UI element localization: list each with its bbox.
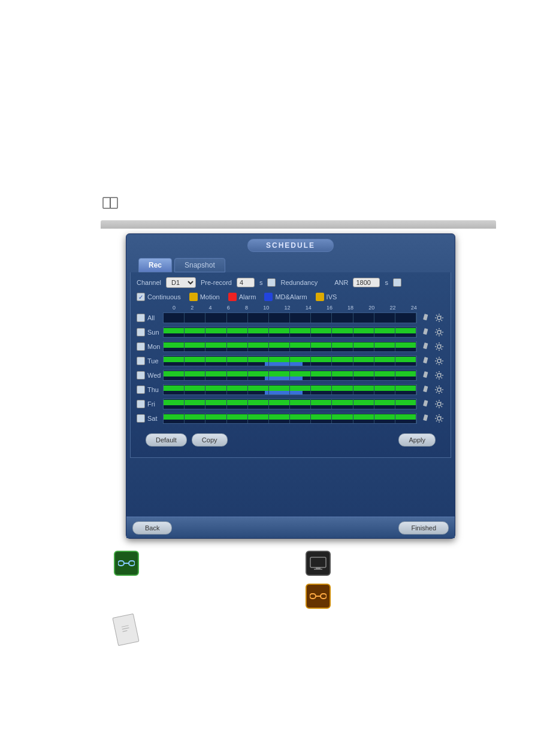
svg-rect-15: [423, 400, 428, 406]
pencil-all[interactable]: [421, 312, 431, 323]
legend-motion: Motion: [189, 293, 220, 301]
grid-row-sun: Sun: [137, 326, 445, 339]
finished-button[interactable]: Finished: [398, 521, 449, 535]
checkbox-mon[interactable]: [137, 342, 145, 351]
grid-header: 0 2 4 6 8 10 12 14 16 18 20 22 24: [137, 305, 445, 311]
day-label-all: All: [147, 314, 163, 321]
svg-rect-5: [423, 328, 428, 335]
row-actions-all: [421, 312, 445, 323]
timeline-tue[interactable]: [163, 356, 417, 366]
bottom-buttons: Default Copy Apply: [137, 427, 445, 453]
grid-row-sat: Sat: [137, 412, 445, 425]
ivs-label: IVS: [327, 293, 337, 300]
prerecord-unit: s: [259, 279, 263, 286]
prerecord-input[interactable]: [237, 278, 255, 287]
timeline-sun[interactable]: [163, 327, 417, 338]
day-label-sun: Sun: [147, 329, 163, 336]
gear-tue[interactable]: [434, 356, 445, 366]
checkbox-sat[interactable]: [137, 414, 145, 423]
anr-unit: s: [385, 279, 388, 286]
schedule-grid: 0 2 4 6 8 10 12 14 16 18 20 22 24: [137, 305, 445, 425]
alarm-label: Alarm: [239, 293, 256, 300]
default-button[interactable]: Default: [146, 433, 187, 447]
chain-link-orange-icon: [306, 584, 331, 609]
gear-mon[interactable]: [434, 341, 445, 352]
tab-snapshot[interactable]: Snapshot: [174, 258, 225, 272]
checkbox-sun[interactable]: [137, 328, 145, 336]
time-labels: 0 2 4 6 8 10 12 14 16 18 20 22 24: [171, 305, 418, 311]
grid-row-tue: Tue: [137, 354, 445, 368]
legend-row: ✓ Continuous Motion Alarm MD&Alarm IVS: [137, 293, 445, 301]
anr-checkbox[interactable]: [393, 278, 401, 287]
svg-point-8: [437, 345, 441, 348]
svg-line-28: [122, 626, 129, 627]
svg-rect-22: [310, 557, 326, 567]
timeline-sat[interactable]: [163, 413, 417, 424]
legend-alarm: Alarm: [228, 293, 256, 301]
pencil-sun[interactable]: [421, 327, 431, 338]
legend-mdalarm: MD&Alarm: [264, 293, 307, 301]
pencil-sat[interactable]: [421, 413, 431, 424]
row-actions-wed: [421, 370, 445, 381]
svg-rect-9: [423, 357, 428, 363]
pencil-mon[interactable]: [421, 341, 431, 352]
pencil-tue[interactable]: [421, 356, 431, 366]
checkbox-thu[interactable]: [137, 385, 145, 394]
pencil-wed[interactable]: [421, 370, 431, 381]
svg-rect-7: [423, 342, 428, 349]
svg-line-29: [122, 628, 129, 629]
back-button[interactable]: Back: [132, 521, 172, 535]
row-actions-thu: [421, 384, 445, 395]
grid-row-wed: Wed: [137, 369, 445, 382]
redundancy-checkbox[interactable]: [267, 278, 276, 287]
checkbox-wed[interactable]: [137, 371, 145, 379]
row-actions-tue: [421, 356, 445, 366]
timeline-fri[interactable]: [163, 399, 417, 409]
svg-rect-0: [110, 198, 117, 208]
gear-wed[interactable]: [434, 370, 445, 381]
svg-rect-25: [310, 594, 316, 599]
motion-label: Motion: [200, 293, 220, 300]
day-label-mon: Mon: [147, 343, 163, 350]
anr-input[interactable]: [353, 278, 380, 287]
timeline-wed[interactable]: [163, 370, 417, 381]
svg-rect-26: [321, 594, 327, 599]
checkbox-tue[interactable]: [137, 357, 145, 365]
checkbox-all[interactable]: [137, 314, 145, 322]
svg-point-4: [437, 316, 441, 320]
redundancy-label: Redundancy: [280, 279, 318, 286]
ivs-box: [316, 293, 324, 301]
continuous-check[interactable]: ✓: [137, 293, 145, 301]
grid-row-fri: Fri: [137, 397, 445, 411]
timeline-thu[interactable]: [163, 384, 417, 395]
checkbox-fri[interactable]: [137, 400, 145, 408]
row-actions-fri: [421, 399, 445, 409]
day-label-tue: Tue: [147, 357, 163, 365]
apply-button[interactable]: Apply: [398, 433, 436, 447]
gear-sat[interactable]: [434, 413, 445, 424]
alarm-box: [228, 293, 237, 301]
timeline-all[interactable]: [163, 312, 417, 323]
row-actions-mon: [421, 341, 445, 352]
svg-point-12: [437, 374, 441, 377]
gear-fri[interactable]: [434, 399, 445, 409]
tab-rec[interactable]: Rec: [138, 258, 172, 272]
svg-point-14: [437, 388, 441, 391]
channel-select[interactable]: D1: [166, 277, 196, 288]
top-bar: [101, 220, 496, 229]
pencil-thu[interactable]: [421, 384, 431, 395]
day-label-fri: Fri: [147, 400, 163, 408]
svg-rect-20: [129, 561, 135, 566]
copy-button[interactable]: Copy: [192, 433, 228, 447]
pencil-fri[interactable]: [421, 399, 431, 409]
chain-link-green-icon: [114, 551, 139, 576]
svg-rect-17: [423, 414, 428, 421]
gear-sun[interactable]: [434, 327, 445, 338]
grid-row-mon: Mon: [137, 340, 445, 353]
gear-all[interactable]: [434, 312, 445, 323]
gear-thu[interactable]: [434, 384, 445, 395]
row-actions-sat: [421, 413, 445, 424]
svg-point-16: [437, 402, 441, 406]
timeline-mon[interactable]: [163, 341, 417, 352]
prerecord-label: Pre-record: [201, 279, 232, 286]
